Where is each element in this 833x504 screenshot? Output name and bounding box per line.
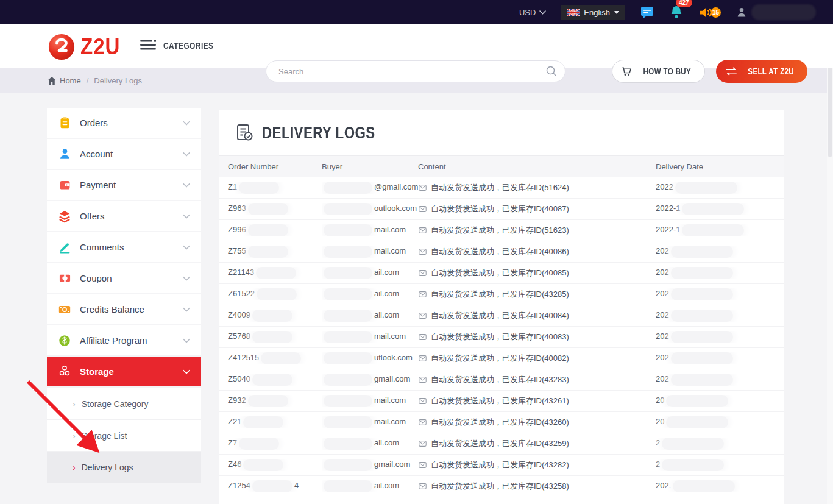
delivery-date-cell: 20 [656, 395, 784, 407]
content-cell: 自动发货发送成功，已发库存ID(51623) [418, 225, 656, 236]
announcements-icon[interactable]: 15 [698, 5, 721, 20]
sidebar-item-offers[interactable]: Offers [47, 201, 201, 231]
redacted-blur [324, 246, 372, 258]
redacted-blur [252, 310, 292, 322]
redacted-blur [324, 310, 372, 322]
redacted-blur [252, 374, 292, 386]
content-cell: 自动发货发送成功，已发库存ID(51624) [418, 182, 656, 193]
how-to-buy-label: HOW TO BUY [643, 66, 692, 76]
notifications-bell-icon[interactable]: 427 [669, 5, 684, 20]
chevron-down-icon [614, 11, 619, 14]
delivery-date-cell: 202 [656, 246, 784, 258]
column-buyer: Buyer [322, 162, 418, 171]
sidebar-subitem-storage-list[interactable]: ›Storage List [47, 419, 201, 451]
sidebar-item-affiliate-program[interactable]: Affiliate Program [47, 325, 201, 355]
sidebar-subitem-delivery-logs[interactable]: ›Delivery Logs [47, 451, 201, 483]
user-menu[interactable] [736, 4, 816, 20]
buyer-cell: ail.com [322, 480, 418, 492]
content-cell: 自动发货发送成功，已发库存ID(40085) [418, 268, 656, 279]
home-icon [48, 77, 56, 85]
chevron-down-icon [539, 10, 546, 15]
chevron-down-icon [183, 245, 190, 250]
language-select[interactable]: English [561, 5, 625, 20]
chevron-down-icon [183, 276, 190, 281]
order-number-cell: Z21143 [228, 267, 322, 279]
redacted-blur [324, 480, 372, 492]
redacted-blur [673, 480, 735, 492]
mail-icon [418, 482, 427, 491]
redacted-blur [671, 310, 733, 322]
sell-label: SELL AT Z2U [748, 66, 794, 76]
sidebar-item-comments[interactable]: Comments [47, 232, 201, 262]
sell-at-z2u-button[interactable]: SELL AT Z2U [716, 60, 807, 83]
table-body: Z1@gmail.com自动发货发送成功，已发库存ID(51624)2022Z9… [219, 177, 784, 497]
buyer-cell: ail.com [322, 267, 418, 279]
sidebar-subitem-label: Storage Category [82, 399, 149, 409]
delivery-date-cell: 202 [656, 267, 784, 279]
offers-icon [58, 210, 71, 223]
order-number-cell: Z7 [228, 438, 322, 450]
redacted-blur [682, 224, 744, 236]
logo-text: Z2U [80, 34, 120, 60]
redacted-blur [256, 267, 296, 279]
chevron-down-icon [183, 338, 190, 343]
search-input[interactable] [266, 60, 565, 82]
chat-icon[interactable] [640, 5, 654, 20]
delivery-logs-panel: DELIVERY LOGS Order Number Buyer Content… [219, 110, 784, 504]
scrollbar[interactable] [827, 24, 833, 504]
table-row: Z12544ail.com自动发货发送成功，已发库存ID(43258)202. [219, 476, 784, 497]
sidebar-item-storage[interactable]: Storage [47, 357, 201, 386]
breadcrumb-home-link[interactable]: Home [48, 76, 81, 85]
redacted-blur [666, 416, 728, 428]
z2u-logo[interactable]: Z2U [48, 33, 124, 61]
storage-icon [58, 365, 71, 378]
redacted-blur [324, 267, 372, 279]
site-header: Z2U CATEGORIES HOW TO BUY SELL AT Z2U [0, 24, 833, 68]
content-cell: 自动发货发送成功，已发库存ID(43261) [418, 396, 656, 406]
sidebar-item-account[interactable]: Account [47, 139, 201, 169]
language-label: English [584, 8, 610, 17]
categories-label: CATEGORIES [163, 40, 213, 51]
redacted-blur [324, 288, 372, 300]
sidebar-item-payment[interactable]: Payment [47, 170, 201, 200]
redacted-blur [671, 246, 733, 258]
chevron-down-icon [183, 121, 190, 126]
redacted-blur [671, 331, 733, 343]
breadcrumb-current: Delivery Logs [94, 76, 142, 85]
how-to-buy-button[interactable]: HOW TO BUY [612, 60, 705, 83]
content-cell: 自动发货发送成功，已发库存ID(43258) [418, 481, 656, 492]
currency-select[interactable]: USD [519, 8, 546, 17]
redacted-blur [671, 267, 733, 279]
buyer-cell: mail.com [322, 416, 418, 428]
payment-icon [58, 179, 71, 192]
redacted-blur [248, 395, 288, 407]
order-number-cell: Z5768 [228, 331, 322, 343]
sidebar-item-label: Orders [80, 118, 183, 128]
redacted-blur [324, 374, 372, 386]
table-row: Z61522ail.com自动发货发送成功，已发库存ID(43285)202 [219, 284, 784, 305]
sidebar-item-coupon[interactable]: Coupon [47, 263, 201, 293]
mail-icon [418, 375, 427, 384]
redacted-blur [682, 203, 744, 215]
redacted-blur [675, 182, 737, 194]
hamburger-icon [140, 40, 156, 51]
delivery-logs-icon [235, 123, 254, 143]
order-number-cell: Z412515 [228, 352, 322, 364]
logo-mark-icon [48, 33, 76, 61]
sidebar-item-orders[interactable]: Orders [47, 108, 201, 138]
sidebar-subitem-storage-category[interactable]: ›Storage Category [47, 388, 201, 419]
redacted-blur [324, 416, 372, 428]
sidebar-item-credits-balance[interactable]: Credits Balance [47, 294, 201, 324]
chevron-right-icon: › [73, 400, 76, 408]
chevron-down-icon [183, 307, 190, 312]
search-icon[interactable] [545, 65, 558, 80]
affiliate-program-icon [58, 334, 71, 347]
redacted-blur [248, 246, 288, 258]
categories-button[interactable]: CATEGORIES [140, 40, 226, 51]
username-redacted [751, 4, 816, 20]
redacted-blur [252, 480, 292, 492]
redacted-blur [252, 331, 292, 343]
buyer-cell: mail.com [322, 331, 418, 343]
content-cell: 自动发货发送成功，已发库存ID(40082) [418, 353, 656, 364]
content-cell: 自动发货发送成功，已发库存ID(43285) [418, 289, 656, 300]
